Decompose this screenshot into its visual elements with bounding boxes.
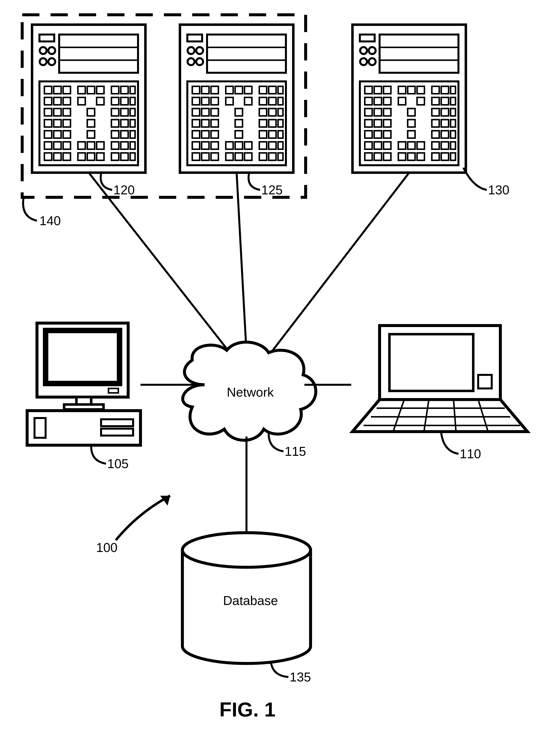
leader-125 bbox=[248, 174, 260, 190]
laptop-icon bbox=[352, 325, 527, 432]
ref-125: 125 bbox=[261, 182, 283, 197]
svg-rect-76 bbox=[478, 375, 492, 389]
leader-120 bbox=[101, 174, 112, 190]
svg-rect-72 bbox=[35, 418, 46, 438]
ref-115: 115 bbox=[285, 444, 306, 459]
svg-rect-70 bbox=[64, 405, 104, 410]
svg-rect-73 bbox=[101, 419, 133, 426]
desktop-computer-icon bbox=[27, 323, 140, 445]
leader-100 bbox=[116, 496, 170, 540]
svg-point-85 bbox=[182, 533, 311, 567]
figure-title: FIG. 1 bbox=[219, 698, 276, 721]
ref-100: 100 bbox=[96, 540, 118, 555]
leader-105 bbox=[91, 447, 106, 464]
link-server2-network bbox=[237, 173, 246, 353]
svg-rect-75 bbox=[389, 334, 473, 391]
figure-canvas: Network Database 120 125 130 140 105 110… bbox=[0, 0, 560, 733]
network-label: Network bbox=[227, 385, 274, 400]
server-3-icon bbox=[352, 25, 466, 173]
svg-rect-74 bbox=[101, 429, 133, 436]
leader-110 bbox=[441, 433, 458, 454]
ref-140: 140 bbox=[39, 213, 61, 228]
ref-105: 105 bbox=[107, 456, 129, 471]
leader-115 bbox=[269, 434, 283, 451]
svg-rect-67 bbox=[46, 330, 120, 384]
svg-rect-68 bbox=[108, 389, 118, 393]
leader-140 bbox=[23, 198, 37, 221]
diagram-svg bbox=[0, 0, 560, 733]
ref-135: 135 bbox=[290, 670, 311, 684]
server-2-icon bbox=[180, 25, 293, 173]
database-label: Database bbox=[223, 593, 278, 608]
ref-120: 120 bbox=[113, 182, 135, 197]
ref-130: 130 bbox=[488, 182, 509, 197]
ref-110: 110 bbox=[460, 447, 481, 461]
leader-135 bbox=[271, 663, 288, 677]
server-1-icon bbox=[32, 25, 145, 173]
